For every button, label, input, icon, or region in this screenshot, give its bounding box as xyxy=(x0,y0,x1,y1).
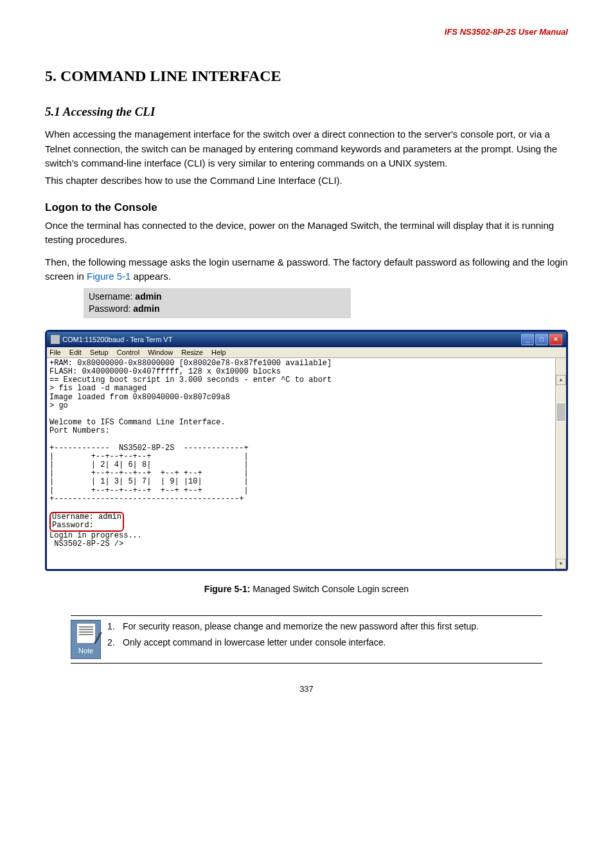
password-label: Password: xyxy=(89,303,133,314)
terminal-body[interactable]: +RAM: 0x80000000-0x88000000 [0x80020e78-… xyxy=(47,358,566,570)
app-icon xyxy=(51,335,60,344)
menu-bar: File Edit Setup Control Window Resize He… xyxy=(47,347,566,358)
terminal-password-line: Password: xyxy=(52,521,94,530)
note-item-2-number: 2. xyxy=(107,636,123,649)
menu-file[interactable]: File xyxy=(49,348,61,356)
menu-window[interactable]: Window xyxy=(148,348,173,356)
menu-setup[interactable]: Setup xyxy=(90,348,109,356)
logon-p2-text-b: appears. xyxy=(130,271,171,282)
login-highlight: Username: admin Password: xyxy=(49,512,124,531)
note-item-1-number: 1. xyxy=(107,620,123,633)
scroll-down-arrow-icon[interactable]: ▼ xyxy=(556,559,566,569)
logon-paragraph-2: Then, the following message asks the log… xyxy=(45,255,568,284)
menu-control[interactable]: Control xyxy=(117,348,139,356)
doc-header-title: IFS NS3502-8P-2S User Manual xyxy=(45,26,568,39)
minimize-button[interactable]: _ xyxy=(521,334,534,345)
window-title: COM1:115200baud - Tera Term VT xyxy=(62,336,172,343)
terminal-output-pre: +RAM: 0x80000000-0x88000000 [0x80020e78-… xyxy=(49,359,332,503)
menu-resize[interactable]: Resize xyxy=(181,348,203,356)
logon-paragraph-1: Once the terminal has connected to the d… xyxy=(45,219,568,248)
terminal-username-line: Username: admin xyxy=(52,512,121,521)
credentials-box: Username: admin Password: admin xyxy=(84,288,351,318)
close-button[interactable]: × xyxy=(549,334,562,345)
intro-paragraph-2: This chapter describes how to use the Co… xyxy=(45,174,568,188)
vertical-scrollbar[interactable]: ▲ ▼ xyxy=(555,358,566,570)
heading-logon: Logon to the Console xyxy=(45,199,568,216)
figure-title: Managed Switch Console Login screen xyxy=(250,584,409,594)
heading-chapter: 5. COMMAND LINE INTERFACE xyxy=(45,64,568,87)
password-value: admin xyxy=(133,303,159,314)
scroll-thumb[interactable] xyxy=(556,402,566,422)
figure-number: Figure 5-1: xyxy=(204,584,251,594)
username-label: Username: xyxy=(89,291,135,302)
username-value: admin xyxy=(135,291,161,302)
note-item-1-text: For security reason, please change and m… xyxy=(123,620,542,633)
terminal-output-after: Login in progress... NS3502-8P-2S /> xyxy=(49,531,142,548)
menu-edit[interactable]: Edit xyxy=(69,348,82,356)
figure-caption: Figure 5-1: Managed Switch Console Login… xyxy=(45,583,568,596)
note-label: Note xyxy=(71,645,100,658)
page-number: 337 xyxy=(45,683,568,696)
note-block: Note 1. For security reason, please chan… xyxy=(71,615,542,664)
heading-section: 5.1 Accessing the CLI xyxy=(45,103,568,122)
window-titlebar[interactable]: COM1:115200baud - Tera Term VT _ □ × xyxy=(47,332,566,347)
figure-reference-link[interactable]: Figure 5-1 xyxy=(87,271,130,282)
intro-paragraph-1: When accessing the management interface … xyxy=(45,127,568,171)
note-icon: Note xyxy=(71,620,101,659)
terminal-window: COM1:115200baud - Tera Term VT _ □ × Fil… xyxy=(45,330,568,572)
maximize-button[interactable]: □ xyxy=(535,334,548,345)
scroll-up-arrow-icon[interactable]: ▲ xyxy=(556,375,566,385)
note-item-2-text: Only accept command in lowercase letter … xyxy=(123,636,542,649)
menu-help[interactable]: Help xyxy=(211,348,226,356)
